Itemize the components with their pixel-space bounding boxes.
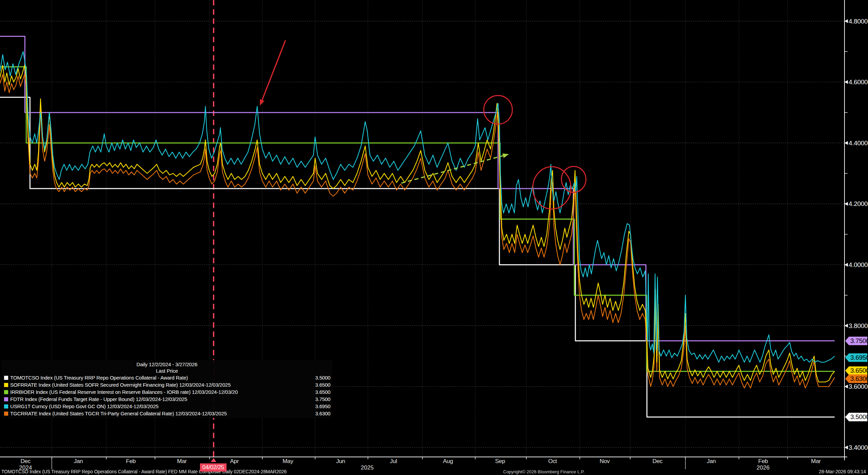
legend-row: TOMOTCSO Index (US Treasury RRP Repo Ope…	[1, 374, 332, 381]
legend-last-price: 3.6300	[311, 411, 330, 416]
legend-title: Daily 12/2/2024 - 3/27/2026	[1, 360, 332, 368]
event-marker-triangle-icon	[211, 458, 216, 462]
legend-subtitle: Last Price	[1, 368, 332, 374]
legend-row: USRG1T Curncy (USD Repo Govt GC ON) 12/0…	[1, 403, 332, 410]
y-tick-label: 4.8000	[849, 18, 868, 25]
last-price-badges: 3.75003.69503.65003.63003.5000	[845, 337, 868, 421]
legend-swatch-icon	[4, 383, 8, 387]
annotations	[260, 40, 586, 209]
legend-last-price: 3.6950	[311, 403, 330, 409]
y-tick-label: 4.6000	[849, 78, 868, 86]
red-arrow-annotation-head-icon	[260, 99, 264, 106]
legend-swatch-icon	[4, 397, 8, 401]
legend-swatch-icon	[4, 404, 8, 409]
y-tick-label: 3.8000	[849, 322, 868, 329]
legend-row: TGCRRATE Index (United States TGCR Tri-P…	[1, 410, 332, 417]
legend-label: TGCRRATE Index (United States TGCR Tri-P…	[10, 411, 311, 416]
chart-legend: Daily 12/2/2024 - 3/27/2026 Last Price T…	[1, 360, 332, 418]
green-dashed-arrow-annotation-head-icon	[502, 153, 509, 158]
legend-label: TOMOTCSO Index (US Treasury RRP Repo Ope…	[10, 375, 311, 381]
legend-row: IRRBIOER Index (US Federal Reserve Inter…	[1, 388, 332, 396]
price-badge-label: 3.6300	[850, 375, 868, 382]
red-arrow-annotation	[262, 40, 285, 100]
legend-swatch-icon	[4, 376, 8, 380]
event-date-label: 04/02/25	[200, 463, 227, 472]
statusbar-timestamp: 28-Mar-2026 09:43:14	[819, 469, 866, 474]
legend-label: USRG1T Curncy (USD Repo Govt GC ON) 12/0…	[10, 403, 311, 409]
y-tick-label: 3.4000	[849, 444, 868, 451]
bloomberg-rate-chart-screen: 4.80004.60004.40004.20004.00003.80003.60…	[0, 0, 868, 475]
y-axis-labels: 4.80004.60004.40004.20004.00003.80003.60…	[844, 18, 868, 451]
legend-last-price: 3.7500	[311, 396, 330, 402]
legend-label: SOFRRATE Index (United States SOFR Secur…	[10, 382, 311, 388]
legend-swatch-icon	[4, 412, 8, 416]
statusbar-copyright: Copyright© 2026 Bloomberg Finance L.P.	[503, 469, 585, 474]
statusbar-description: TOMOTCSO Index (US Treasury RRP Repo Ope…	[1, 469, 286, 474]
legend-label: IRRBIOER Index (US Federal Reserve Inter…	[10, 389, 311, 395]
y-tick-label: 4.4000	[849, 139, 868, 147]
price-badge-label: 3.6500	[850, 367, 868, 374]
legend-row: SOFRRATE Index (United States SOFR Secur…	[1, 381, 332, 388]
legend-swatch-icon	[4, 390, 8, 394]
y-tick-label: 3.6000	[849, 383, 868, 390]
price-badge-label: 3.5000	[850, 413, 868, 420]
price-badge-label: 3.7500	[850, 337, 868, 344]
legend-row: FDTR Index (Federal Funds Target Rate - …	[1, 396, 332, 403]
price-badge-label: 3.6950	[850, 354, 868, 361]
legend-last-price: 3.6500	[311, 382, 330, 388]
legend-label: FDTR Index (Federal Funds Target Rate - …	[10, 396, 311, 402]
legend-last-price: 3.5000	[311, 375, 330, 381]
y-tick-label: 4.2000	[849, 200, 868, 207]
legend-last-price: 3.6500	[311, 389, 330, 395]
y-tick-label: 4.0000	[849, 261, 868, 268]
series-usrg1t	[0, 51, 835, 362]
